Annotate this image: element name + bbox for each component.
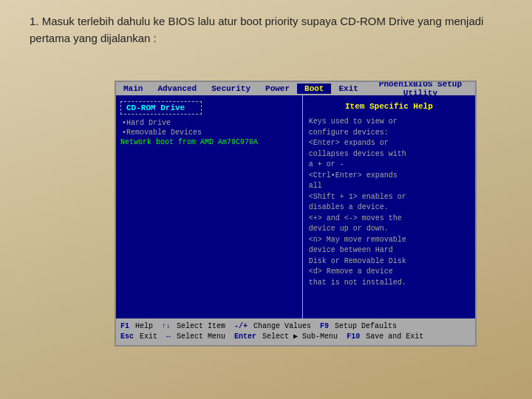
status-row-1: F1 Help ↑↓ Select Item -/+ Change Values… <box>120 321 471 332</box>
slide: 1. Masuk terlebih dahulu ke BIOS lalu at… <box>0 0 532 399</box>
cdrom-box: CD-ROM Drive <box>120 101 202 115</box>
bios-right-panel: Item Specific Help Keys used to view or … <box>303 95 475 318</box>
cdrom-label: CD-ROM Drive <box>124 103 187 113</box>
boot-item-removable: •Removable Devices <box>120 129 298 137</box>
status-row-2: Esc Exit ↔ Select Menu Enter Select ▶ Su… <box>120 332 471 342</box>
instruction-area: 1. Masuk terlebih dahulu ke BIOS lalu at… <box>30 13 502 47</box>
status-f9: F9 Setup Defaults <box>320 321 397 332</box>
bios-left-panel: CD-ROM Drive •Hard Drive •Removable Devi… <box>116 95 303 318</box>
bios-screen: Main Advanced Security Power Boot Exit P… <box>115 81 477 347</box>
menu-advanced[interactable]: Advanced <box>150 83 204 94</box>
menu-boot[interactable]: Boot <box>297 83 331 94</box>
bios-content: CD-ROM Drive •Hard Drive •Removable Devi… <box>116 95 475 318</box>
status-arrows1: ↑↓ Select Item <box>162 321 225 332</box>
right-panel-title: Item Specific Help <box>309 101 469 112</box>
menu-security[interactable]: Security <box>204 83 258 94</box>
help-text: Keys used to view or configure devices: … <box>309 117 469 288</box>
status-arrows2: ↔ Select Menu <box>166 332 225 342</box>
instruction-text: Masuk terlebih dahulu ke BIOS lalu atur … <box>30 15 483 44</box>
instruction-number: 1. <box>30 15 39 27</box>
status-f1: F1 Help <box>120 321 153 332</box>
bios-menubar: Main Advanced Security Power Boot Exit P… <box>116 82 475 95</box>
status-esc: Esc Exit <box>120 332 157 342</box>
bios-statusbar: F1 Help ↑↓ Select Item -/+ Change Values… <box>116 318 475 345</box>
bios-wrapper: Main Advanced Security Power Boot Exit P… <box>81 50 510 377</box>
status-change: -/+ Change Values <box>234 321 311 332</box>
boot-item-network: Network boot from AMD Am79C970A <box>120 138 298 146</box>
menu-main[interactable]: Main <box>116 83 150 94</box>
menu-exit[interactable]: Exit <box>331 83 365 94</box>
menu-power[interactable]: Power <box>258 83 297 94</box>
boot-item-hard: •Hard Drive <box>120 119 298 127</box>
status-enter: Enter Select ▶ Sub-Menu <box>234 332 338 342</box>
status-f10: F10 Save and Exit <box>347 332 423 342</box>
